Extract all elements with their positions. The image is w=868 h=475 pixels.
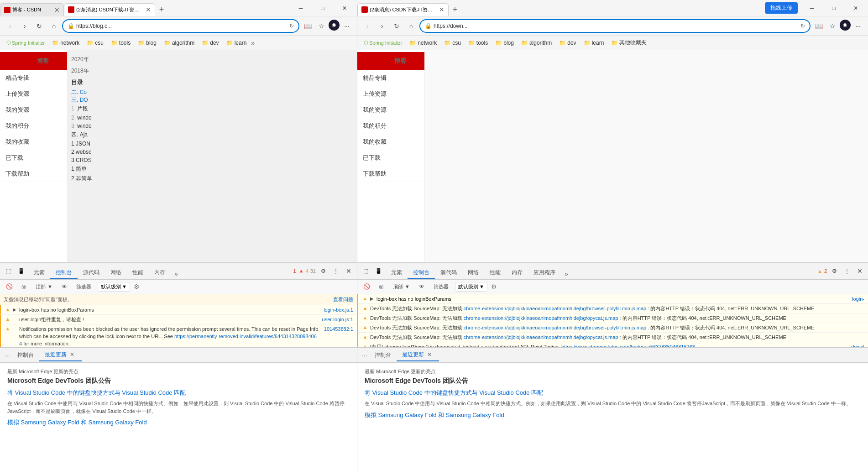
device-btn-left[interactable]: 📱	[16, 266, 26, 277]
r-msg-link-3[interactable]: chrome-extension://jdjbiojkklnaeoanimopa…	[464, 315, 618, 321]
toc-item-2[interactable]: 二. Co	[71, 89, 353, 96]
csdn-nav-upload[interactable]: 上传资源	[0, 86, 67, 102]
inspect-btn-left[interactable]: ⬚	[3, 266, 14, 277]
top-frame-selector[interactable]: 顶部 ▼	[33, 282, 55, 291]
left-tab-2[interactable]: (2条消息) CSDN下载-IT资源大本... ✕	[64, 3, 155, 16]
csdn-right-nav-5[interactable]: 我的收藏	[357, 134, 424, 150]
reload-btn[interactable]: ↻	[33, 20, 46, 32]
r-msg-link-6[interactable]: https://www.chromestatus.com/features/56…	[561, 344, 695, 348]
read-btn[interactable]: 📖	[301, 20, 314, 32]
console-settings-btn-r[interactable]: ⚙	[491, 283, 497, 290]
right-refresh-icon[interactable]: ↻	[800, 23, 805, 29]
console-content-right[interactable]: ▲ ▶ login-box has no loginBoxParams logi…	[357, 294, 868, 348]
back-btn[interactable]: ‹	[4, 20, 16, 32]
info-bar-link[interactable]: 查看问题	[333, 296, 353, 303]
home-btn[interactable]: ⌂	[47, 20, 60, 32]
r-expand-1[interactable]: ▶	[370, 295, 375, 303]
hide-network-btn[interactable]: ◎	[18, 281, 29, 292]
new-tab-btn[interactable]: +	[155, 3, 168, 16]
right-forward-btn[interactable]: ›	[376, 20, 388, 32]
updates-close-right[interactable]: ✕	[425, 350, 434, 360]
right-bookmark-learn[interactable]: 📁 learn	[581, 39, 607, 47]
more-btn[interactable]: ···	[340, 20, 353, 32]
csdn-nav-fav[interactable]: 我的收藏	[0, 134, 67, 150]
kebab-btn-right[interactable]: ⋮	[842, 266, 852, 277]
right-bookmark-csu[interactable]: 📁 csu	[441, 39, 464, 47]
address-bar-left[interactable]: 🔒 https://blog.c... ↻	[62, 19, 299, 33]
tab1-close[interactable]: ✕	[54, 6, 60, 14]
upload-btn[interactable]: 拖线上传	[765, 2, 798, 14]
bookmark-csu[interactable]: 📁 csu	[84, 39, 106, 47]
right-reload-btn[interactable]: ↻	[390, 20, 403, 32]
bookmark-spring[interactable]: ⬡ Spring Initializr	[4, 39, 47, 47]
bottom-link-2-left[interactable]: 模拟 Samsung Galaxy Fold 和 Samsung Galaxy …	[7, 418, 350, 427]
console-content-left[interactable]: 某些消息已移动到"问题"面板。 查看问题 ▲ ▶ login-box has n…	[0, 294, 357, 348]
device-btn-right[interactable]: 📱	[373, 266, 384, 277]
right-new-tab-btn[interactable]: +	[449, 3, 461, 16]
rtab1-close[interactable]: ✕	[439, 6, 444, 13]
csdn-right-nav-6[interactable]: 已下载	[357, 150, 424, 166]
bottom-tab-console-right[interactable]: 控制台	[369, 350, 397, 361]
level-selector-r[interactable]: 默认级别 ▼	[455, 282, 487, 292]
right-home-btn[interactable]: ⌂	[405, 20, 418, 32]
bottom-tab-updates-right[interactable]: 最近更新 ✕	[397, 349, 439, 361]
r-msg-link-2[interactable]: chrome-extension://jdjbiojkklnaeoanimopa…	[464, 306, 646, 311]
close-btn[interactable]: ✕	[334, 1, 355, 16]
csdn-nav-score[interactable]: 我的积分	[0, 118, 67, 134]
level-selector[interactable]: 默认级别 ▼	[98, 282, 130, 292]
bookmark-dev[interactable]: 📁 dev	[199, 39, 221, 47]
updates-close-left[interactable]: ✕	[68, 350, 76, 360]
devtools-tab-elements[interactable]: 元素	[28, 267, 50, 279]
right-tab-1[interactable]: (2条消息) CSDN下载-IT资源大本... ✕	[357, 3, 449, 16]
msg-source-1[interactable]: login-box.js:1	[324, 306, 353, 313]
right-minimize-btn[interactable]: ─	[801, 1, 822, 16]
csdn-nav-downloaded[interactable]: 已下载	[0, 150, 67, 166]
forward-btn[interactable]: ›	[18, 20, 31, 32]
r-msg-link-5[interactable]: chrome-extension://jdjbiojkklnaeoanimopa…	[464, 334, 618, 340]
right-bookmark-algorithm[interactable]: 📁 algorithm	[518, 39, 554, 47]
rt-tab-network[interactable]: 网络	[462, 267, 484, 279]
rt-tab-more[interactable]: »	[561, 268, 572, 279]
right-bookmark-dev[interactable]: 📁 dev	[556, 39, 579, 47]
address-bar-right[interactable]: 🔒 https://down... ↻	[419, 19, 810, 33]
devtools-tab-network[interactable]: 网络	[105, 267, 127, 279]
csdn-nav-myres[interactable]: 我的资源	[0, 102, 67, 118]
r-msg-source-6[interactable]: downl	[851, 343, 864, 348]
hide-network-btn-r[interactable]: ◎	[376, 281, 387, 292]
refresh-icon[interactable]: ↻	[289, 23, 294, 29]
eye-btn[interactable]: 👁	[59, 281, 70, 292]
devtools-tab-memory[interactable]: 内存	[149, 267, 171, 279]
bookmark-learn[interactable]: 📁 learn	[224, 39, 250, 47]
right-favorite-btn[interactable]: ☆	[826, 20, 839, 32]
kebab-btn-left[interactable]: ⋮	[330, 266, 341, 277]
rt-tab-performance[interactable]: 性能	[484, 267, 506, 279]
bottom-more-right[interactable]: ···	[360, 350, 369, 361]
bottom-more-left[interactable]: ···	[3, 350, 12, 361]
csdn-right-nav-1[interactable]: 精品专辑	[357, 70, 424, 86]
right-bookmark-others[interactable]: 📁 其他收藏夹	[608, 38, 649, 47]
bottom-link-1-left[interactable]: 将 Visual Studio Code 中的键盘快捷方式与 Visual St…	[7, 389, 350, 397]
devtools-tab-console[interactable]: 控制台	[50, 267, 78, 279]
csdn-right-nav-4[interactable]: 我的积分	[357, 118, 424, 134]
tab2-close[interactable]: ✕	[146, 6, 151, 13]
devtools-tab-more-left[interactable]: »	[171, 268, 182, 279]
top-frame-selector-r[interactable]: 顶部 ▼	[390, 282, 413, 291]
bookmark-network[interactable]: 📁 network	[49, 39, 82, 47]
eye-btn-r[interactable]: 👁	[416, 281, 427, 292]
bottom-tab-updates-left[interactable]: 最近更新 ✕	[39, 349, 82, 361]
bookmark-blog[interactable]: 📁 blog	[135, 39, 159, 47]
bottom-link-2-right[interactable]: 模拟 Samsung Galaxy Fold 和 Samsung Galaxy …	[365, 411, 861, 419]
devtools-close-right[interactable]: ✕	[854, 267, 865, 275]
minimize-btn[interactable]: ─	[290, 1, 311, 16]
rt-tab-console[interactable]: 控制台	[408, 267, 435, 279]
devtools-tab-source[interactable]: 源代码	[78, 267, 105, 279]
right-read-btn[interactable]: 📖	[812, 20, 825, 32]
right-bookmark-tools[interactable]: 📁 tools	[465, 39, 491, 47]
maximize-btn[interactable]: □	[312, 1, 333, 16]
inspect-btn-right[interactable]: ⬚	[360, 266, 371, 277]
csdn-nav-help[interactable]: 下载帮助	[0, 166, 67, 182]
msg-source-2[interactable]: user-login.js:1	[322, 316, 353, 323]
right-maximize-btn[interactable]: □	[823, 1, 844, 16]
csdn-nav-jingpin[interactable]: 精品专辑	[0, 70, 67, 86]
bookmark-algorithm[interactable]: 📁 algorithm	[161, 39, 197, 47]
